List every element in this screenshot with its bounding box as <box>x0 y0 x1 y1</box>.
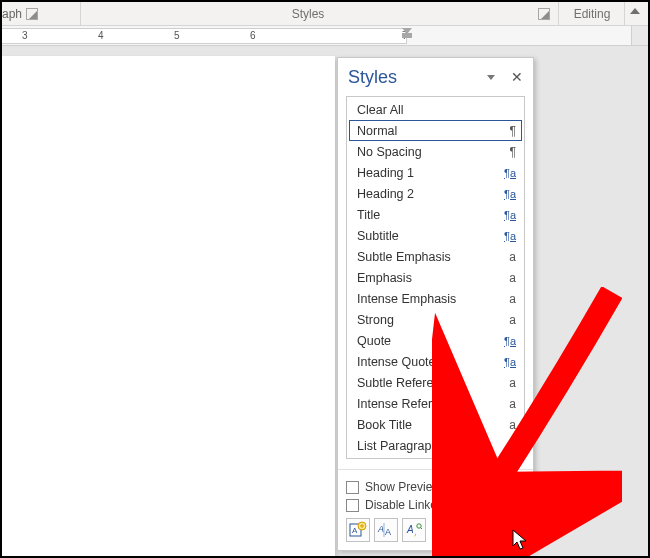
style-item[interactable]: Heading 1 <box>349 162 522 183</box>
style-item[interactable]: Heading 2 <box>349 183 522 204</box>
styles-pane-header: Styles ✕ <box>338 58 533 96</box>
style-item[interactable]: Subtle Emphasis <box>349 246 522 267</box>
checkbox-label: Disable Linked Styles <box>365 498 480 512</box>
svg-text:A: A <box>352 526 358 535</box>
style-type-icon <box>510 124 516 138</box>
styles-pane: Styles ✕ Clear AllNormalNo SpacingHeadin… <box>337 57 534 551</box>
style-item[interactable]: Clear All <box>349 99 522 120</box>
ribbon-group-label: aph <box>2 7 22 21</box>
new-style-button[interactable]: A <box>346 518 370 542</box>
svg-text:A: A <box>385 527 391 537</box>
style-item-name: Normal <box>357 124 510 138</box>
style-type-icon <box>504 230 516 242</box>
checkbox-icon <box>346 481 359 494</box>
checkbox-icon <box>346 499 359 512</box>
style-item[interactable]: Title <box>349 204 522 225</box>
style-item-name: Intense Reference <box>357 397 509 411</box>
manage-styles-button[interactable]: A <box>402 518 426 542</box>
style-item[interactable]: Strong <box>349 309 522 330</box>
style-list: Clear AllNormalNo SpacingHeading 1Headin… <box>346 96 525 459</box>
style-item[interactable]: Book Title <box>349 414 522 435</box>
svg-text:A: A <box>406 524 414 535</box>
ribbon-group-labels-row: aph Styles Editing <box>2 2 648 26</box>
style-item[interactable]: Intense Reference <box>349 393 522 414</box>
style-item[interactable]: Subtle Reference <box>349 372 522 393</box>
ribbon-separator <box>624 2 625 25</box>
style-type-icon <box>504 188 516 200</box>
disable-linked-styles-checkbox[interactable]: Disable Linked Styles <box>346 498 525 512</box>
style-type-icon <box>509 250 516 264</box>
ribbon-group-editing: Editing <box>562 7 622 21</box>
ruler-page-area <box>2 28 407 44</box>
style-type-icon <box>504 356 516 368</box>
style-type-icon <box>510 145 516 159</box>
horizontal-ruler[interactable]: 3 4 5 6 7 <box>2 26 648 46</box>
ribbon-separator <box>80 2 81 25</box>
document-page[interactable] <box>2 56 335 556</box>
style-inspector-button[interactable]: A A <box>374 518 398 542</box>
style-item[interactable]: Intense Quote <box>349 351 522 372</box>
styles-pane-footer-row: A A A A <box>346 518 525 542</box>
style-type-icon <box>504 209 516 221</box>
style-item[interactable]: No Spacing <box>349 141 522 162</box>
style-type-icon <box>509 397 516 411</box>
ribbon-group-label: Styles <box>82 7 534 21</box>
ruler-tick: 4 <box>98 30 104 41</box>
checkbox-label: Show Preview <box>365 480 441 494</box>
ruler-tick: 3 <box>22 30 28 41</box>
style-item[interactable]: Subtitle <box>349 225 522 246</box>
style-item-name: Subtle Emphasis <box>357 250 509 264</box>
right-indent-marker-icon[interactable] <box>402 28 412 37</box>
styles-pane-title: Styles <box>348 67 487 88</box>
ribbon-group-paragraph-partial: aph <box>2 7 38 21</box>
style-item-name: Heading 2 <box>357 187 504 201</box>
ribbon-group-label: Editing <box>574 7 611 21</box>
app-frame: aph Styles Editing 3 4 5 6 7 Styles <box>2 2 648 556</box>
style-item-name: Book Title <box>357 418 509 432</box>
style-item-name: Emphasis <box>357 271 509 285</box>
style-type-icon <box>509 271 516 285</box>
collapse-ribbon-icon[interactable] <box>630 8 640 14</box>
style-inspector-icon: A A <box>377 521 395 539</box>
style-type-icon <box>509 376 516 390</box>
manage-styles-icon: A <box>405 521 423 539</box>
svg-text:A: A <box>377 524 384 534</box>
show-preview-checkbox[interactable]: Show Preview <box>346 480 525 494</box>
new-style-icon: A <box>349 521 367 539</box>
ribbon-separator <box>558 2 559 25</box>
vertical-scrollbar[interactable] <box>631 26 648 45</box>
style-item[interactable]: Intense Emphasis <box>349 288 522 309</box>
style-item-name: List Paragraph <box>357 439 510 453</box>
style-type-icon <box>504 167 516 179</box>
style-type-icon <box>509 313 516 327</box>
styles-pane-body: Clear AllNormalNo SpacingHeading 1Headin… <box>338 96 533 465</box>
style-item-name: Quote <box>357 334 504 348</box>
style-type-icon <box>504 335 516 347</box>
style-item-name: Intense Emphasis <box>357 292 509 306</box>
styles-options-link[interactable]: Options... <box>474 528 525 542</box>
dialog-launcher-icon[interactable] <box>26 8 38 20</box>
ribbon-group-styles: Styles <box>82 7 550 21</box>
style-item[interactable]: Normal <box>349 120 522 141</box>
svg-line-10 <box>421 528 423 530</box>
style-item-name: Subtle Reference <box>357 376 509 390</box>
style-type-icon <box>510 439 516 453</box>
style-item-name: Clear All <box>357 103 516 117</box>
dialog-launcher-icon[interactable] <box>538 8 550 20</box>
style-item-name: Heading 1 <box>357 166 504 180</box>
pane-menu-caret-icon[interactable] <box>487 75 495 80</box>
document-area[interactable] <box>2 46 648 556</box>
close-icon[interactable]: ✕ <box>509 69 525 85</box>
style-item[interactable]: Quote <box>349 330 522 351</box>
style-type-icon <box>509 418 516 432</box>
style-item-name: Title <box>357 208 504 222</box>
style-type-icon <box>509 292 516 306</box>
style-item-name: Strong <box>357 313 509 327</box>
ruler-tick: 6 <box>250 30 256 41</box>
styles-pane-footer: Show Preview Disable Linked Styles A <box>338 469 533 550</box>
style-item-name: Intense Quote <box>357 355 504 369</box>
style-item[interactable]: List Paragraph <box>349 435 522 456</box>
style-item-name: No Spacing <box>357 145 510 159</box>
style-item[interactable]: Emphasis <box>349 267 522 288</box>
ruler-tick: 5 <box>174 30 180 41</box>
